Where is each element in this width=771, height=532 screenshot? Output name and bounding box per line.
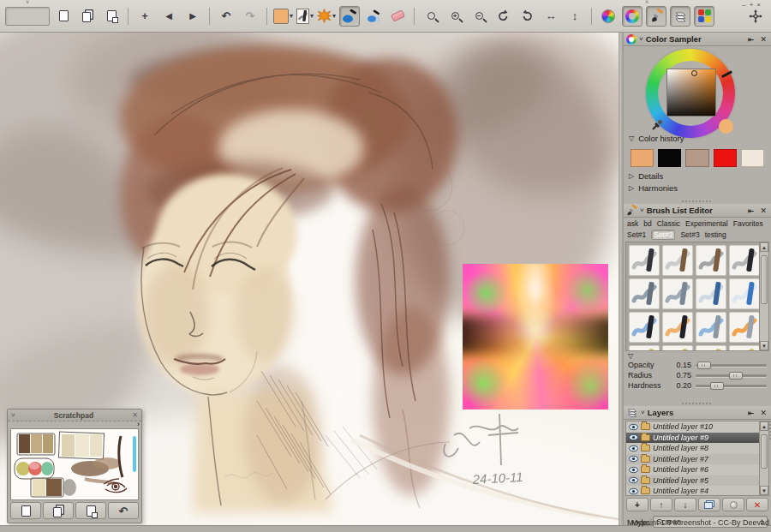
layer-list-scrollbar[interactable]: ▲ ▼ [759, 421, 768, 495]
eraser-tool-button[interactable] [387, 6, 408, 27]
raise-layer-button[interactable]: ↑ [650, 498, 672, 511]
layer-row[interactable]: Untitled layer #9 [626, 433, 759, 444]
redo-button[interactable]: ↷ [240, 6, 260, 27]
layer-visible-eye-icon[interactable] [629, 466, 638, 474]
pane-collapse-icon[interactable]: ˅ [26, 0, 29, 5]
color-sampler-panel-button[interactable] [622, 6, 642, 27]
layer-visible-eye-icon[interactable] [629, 455, 638, 463]
duplicate-layer-button[interactable] [698, 498, 720, 511]
new-file-button[interactable] [53, 6, 74, 27]
rotate-ccw-button[interactable] [493, 6, 513, 27]
brush-tab-experimental[interactable]: Experimental [685, 219, 728, 228]
palette-panel-button[interactable] [694, 6, 714, 27]
brush-tile[interactable] [662, 278, 693, 309]
flip-horizontal-button[interactable]: ↔ [541, 6, 561, 27]
layer-row[interactable]: Untitled layer #5 [626, 475, 759, 487]
layers-panel-button[interactable] [670, 6, 690, 27]
history-swatch[interactable] [631, 149, 654, 167]
scratchpad-canvas[interactable] [10, 428, 139, 500]
layer-row[interactable]: Untitled layer #7 [626, 454, 759, 465]
brush-tile[interactable] [729, 312, 760, 343]
zoom-tool-button[interactable] [421, 6, 441, 27]
brush-editor-header[interactable]: ˅ Brush List Editor ⇤ ✕ [624, 204, 771, 218]
harmonies-expander[interactable]: ▷ Harmonies [624, 182, 771, 194]
chevron-down-icon[interactable]: ˅ [641, 409, 645, 416]
close-icon[interactable]: ✕ [132, 411, 138, 419]
expand-arrow-icon[interactable]: › [137, 420, 140, 428]
chevron-down-icon[interactable]: ˅ [640, 206, 644, 214]
brush-tab-ask[interactable]: ask [627, 219, 638, 228]
brush-grid-scrollbar[interactable]: ▲ ▼ [759, 242, 768, 350]
brush-tile[interactable] [629, 345, 660, 351]
chevron-down-icon[interactable]: ˅ [639, 35, 643, 43]
brush-tile[interactable] [696, 312, 726, 343]
layer-visible-eye-icon[interactable] [629, 433, 638, 441]
brush-tile[interactable] [696, 278, 726, 309]
brush-tab-testing[interactable]: testing [705, 230, 726, 239]
flip-vertical-button[interactable]: ↕ [565, 6, 585, 27]
slider-handle[interactable] [729, 372, 743, 380]
brush-group-dropdown[interactable]: ▾ [317, 9, 336, 23]
zoom-out-button[interactable]: − [469, 6, 489, 27]
brush-tile[interactable] [729, 345, 760, 351]
brush-tile[interactable] [629, 278, 660, 309]
brush-tile[interactable] [729, 245, 760, 276]
brush-settings-expander[interactable]: ▽ [624, 351, 771, 360]
slider-track[interactable] [696, 385, 767, 387]
brush-tile[interactable] [662, 312, 693, 343]
close-icon[interactable]: ✕ [758, 409, 768, 417]
brush-tile[interactable] [629, 312, 660, 343]
color-dropdown[interactable]: ▾ [273, 9, 293, 24]
brush-tab-classic[interactable]: Classic [657, 219, 680, 228]
layers-header[interactable]: ˅ Layers ⇤ ✕ [624, 406, 771, 420]
delete-layer-button[interactable]: ✕ [746, 498, 768, 511]
undo-button[interactable]: ↶ [216, 6, 236, 27]
previous-button[interactable]: ◀ [158, 6, 179, 27]
slider-track[interactable] [696, 364, 767, 367]
layer-visible-eye-icon[interactable] [629, 445, 638, 452]
brush-tile[interactable] [629, 245, 660, 276]
window-controls[interactable]: –+× [742, 1, 764, 9]
scratchpad-open-button[interactable] [43, 502, 74, 519]
layer-visible-eye-icon[interactable] [629, 476, 638, 484]
layer-visible-eye-icon[interactable] [629, 487, 638, 495]
details-expander[interactable]: ▷ Details [624, 170, 771, 182]
slider-track[interactable] [696, 374, 767, 377]
zoom-in-button[interactable]: + [445, 6, 465, 27]
slider-handle[interactable] [710, 382, 724, 390]
pane-collapse-icon-right[interactable]: ˄ [645, 0, 648, 5]
layer-row[interactable]: Untitled layer #4 [626, 486, 759, 496]
brush-tab-set3[interactable]: Set#3 [680, 230, 699, 239]
brush-tile[interactable] [696, 345, 726, 351]
layer-row[interactable]: Untitled layer #6 [626, 464, 759, 475]
pan-view-button[interactable] [745, 6, 766, 27]
layer-row[interactable]: Untitled layer #8 [626, 443, 759, 454]
history-swatch[interactable] [741, 149, 764, 167]
history-swatch[interactable] [714, 149, 737, 167]
brush-tool-2-button[interactable] [363, 6, 384, 27]
save-file-button[interactable] [101, 6, 122, 27]
brush-tab-bd[interactable]: bd [643, 219, 651, 228]
lower-layer-button[interactable]: ↓ [674, 498, 696, 511]
brush-preview-dropdown[interactable]: ▾ [296, 9, 314, 24]
scratchpad-undo-button[interactable]: ↶ [108, 502, 139, 519]
scratchpad-titlebar[interactable]: ˅ Scratchpad ✕ [8, 409, 141, 421]
brush-tile[interactable] [662, 345, 693, 351]
open-file-button[interactable] [77, 6, 98, 27]
scroll-up-icon[interactable]: ▲ [760, 242, 768, 252]
painting-canvas[interactable]: 24-10-11 ˅ Scratchpad ✕ › [0, 33, 619, 525]
freehand-tool-button[interactable] [339, 6, 360, 27]
eyedropper-icon[interactable] [651, 119, 663, 134]
close-icon[interactable]: ✕ [758, 206, 768, 215]
brush-tile[interactable] [662, 245, 693, 276]
history-swatch[interactable] [658, 149, 681, 167]
scratchpad-new-button[interactable] [10, 502, 41, 519]
close-icon[interactable]: ✕ [758, 35, 768, 44]
brush-panel-button[interactable] [646, 6, 666, 27]
history-swatch[interactable] [685, 149, 708, 167]
scroll-down-icon[interactable]: ▼ [760, 341, 768, 350]
rotate-cw-button[interactable] [517, 6, 537, 27]
brush-tab-favorites[interactable]: Favorites [733, 219, 763, 228]
brush-tab-set2[interactable]: Set#2 [651, 230, 675, 240]
add-button[interactable]: + [134, 6, 155, 27]
